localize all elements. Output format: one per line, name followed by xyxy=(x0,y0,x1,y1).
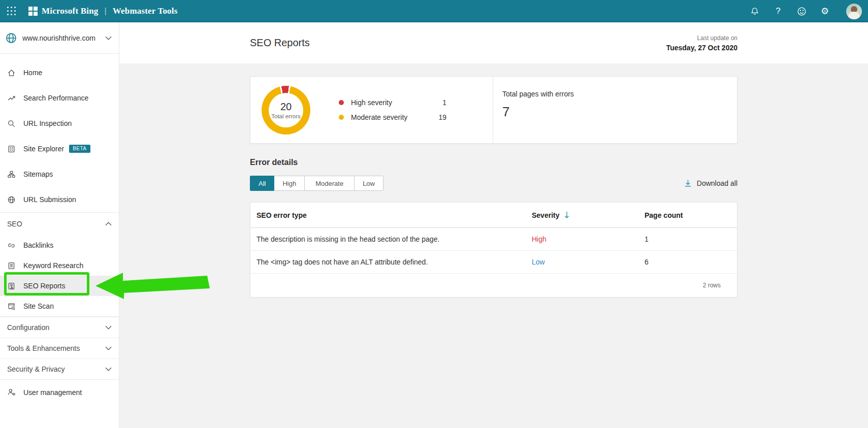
sidebar-item-seo-reports[interactable]: SEO Reports xyxy=(0,276,119,296)
table-header-row: SEO error type Severity Page count xyxy=(250,203,737,228)
browser-scan-icon xyxy=(7,302,16,311)
download-all-button[interactable]: Download all xyxy=(684,179,737,187)
sidebar-item-label: Search Performance xyxy=(23,94,88,102)
chevron-down-icon xyxy=(105,367,112,371)
trend-up-icon xyxy=(7,94,16,103)
total-pages-section: Total pages with errors 7 xyxy=(493,77,737,143)
moderate-severity-dot-icon xyxy=(339,115,344,120)
table-row[interactable]: The <img> tag does not have an ALT attri… xyxy=(250,251,737,274)
brand-separator: | xyxy=(105,7,107,16)
document-lines-icon xyxy=(7,261,16,270)
total-errors-label: Total errors xyxy=(271,113,301,119)
table-row[interactable]: The description is missing in the head s… xyxy=(250,228,737,251)
severity-cell: High xyxy=(532,235,645,243)
error-details-table: SEO error type Severity Page count The d… xyxy=(250,202,737,298)
home-icon xyxy=(7,69,16,77)
sidebar-item-label: SEO Reports xyxy=(23,282,65,290)
tab-high[interactable]: High xyxy=(274,176,305,191)
feedback-smiley-icon[interactable] xyxy=(796,6,807,16)
chevron-down-icon xyxy=(105,325,112,330)
sidebar-item-sitemaps[interactable]: Sitemaps xyxy=(0,161,119,187)
globe-icon xyxy=(7,195,16,204)
sidebar-item-home[interactable]: Home xyxy=(0,60,119,85)
legend-value: 19 xyxy=(438,113,446,121)
sidebar: www.nourishthrive.com Home Search Perfor… xyxy=(0,22,119,428)
sidebar-item-label: User management xyxy=(23,388,82,397)
high-severity-dot-icon xyxy=(339,100,344,105)
section-security-privacy[interactable]: Security & Privacy xyxy=(0,358,119,379)
tab-low[interactable]: Low xyxy=(355,176,383,191)
sidebar-item-label: URL Submission xyxy=(23,195,76,204)
chevron-down-icon xyxy=(105,346,112,350)
page-title: SEO Reports xyxy=(250,37,310,49)
table-row-count: 2 rows xyxy=(250,274,737,297)
sidebar-item-search-performance[interactable]: Search Performance xyxy=(0,85,119,111)
download-icon xyxy=(684,179,692,187)
site-globe-icon xyxy=(5,32,17,44)
sort-descending-icon xyxy=(564,211,570,219)
section-tools-enhancements[interactable]: Tools & Enhancements xyxy=(0,338,119,358)
document-list-icon xyxy=(7,145,16,153)
sidebar-item-url-inspection[interactable]: URL Inspection xyxy=(0,111,119,136)
chevron-down-icon xyxy=(105,36,112,40)
main-content: SEO Reports Last update on Tuesday, 27 O… xyxy=(119,22,868,428)
section-configuration[interactable]: Configuration xyxy=(0,317,119,338)
sidebar-item-site-scan[interactable]: Site Scan xyxy=(0,296,119,316)
sidebar-item-label: Sitemaps xyxy=(23,170,53,178)
sidebar-item-label: Backlinks xyxy=(23,241,53,249)
section-seo[interactable]: SEO xyxy=(0,213,119,235)
sidebar-item-label: Keyword Research xyxy=(23,261,83,270)
donut-section: 20 Total errors High severity 1 Moderate xyxy=(250,77,493,143)
total-pages-value: 7 xyxy=(502,104,737,120)
sidebar-item-label: URL Inspection xyxy=(23,119,72,127)
beta-badge: BETA xyxy=(69,145,90,153)
column-header-error-type: SEO error type xyxy=(256,211,532,219)
tab-moderate[interactable]: Moderate xyxy=(305,176,355,191)
error-type-cell: The description is missing in the head s… xyxy=(256,235,532,243)
column-header-severity[interactable]: Severity xyxy=(532,211,645,219)
site-selector[interactable]: www.nourishthrive.com xyxy=(0,22,119,54)
error-type-cell: The <img> tag does not have an ALT attri… xyxy=(256,258,532,266)
user-avatar[interactable] xyxy=(846,4,862,19)
severity-cell: Low xyxy=(532,258,645,266)
page-count-cell: 6 xyxy=(645,258,737,266)
section-label: Configuration xyxy=(7,323,102,332)
sitemap-icon xyxy=(7,170,16,179)
donut-legend: High severity 1 Moderate severity 19 xyxy=(339,98,446,121)
product-title: Webmaster Tools xyxy=(113,6,178,16)
severity-filter-tabs: All High Moderate Low xyxy=(250,176,383,191)
section-label: SEO xyxy=(7,220,102,228)
legend-label: Moderate severity xyxy=(351,113,438,121)
sidebar-item-backlinks[interactable]: Backlinks xyxy=(0,235,119,255)
sidebar-item-url-submission[interactable]: URL Submission xyxy=(0,187,119,212)
sidebar-item-label: Site Scan xyxy=(23,302,54,310)
column-header-page-count: Page count xyxy=(645,211,737,219)
total-errors-value: 20 xyxy=(280,101,292,113)
last-update-date: Tuesday, 27 Oct 2020 xyxy=(666,44,737,52)
waffle-icon[interactable] xyxy=(6,6,17,17)
link-icon xyxy=(7,241,16,250)
page-count-cell: 1 xyxy=(645,235,737,243)
sidebar-item-label: Site Explorer xyxy=(23,145,64,153)
sidebar-item-keyword-research[interactable]: Keyword Research xyxy=(0,255,119,276)
user-gear-icon xyxy=(7,388,16,397)
total-pages-label: Total pages with errors xyxy=(502,90,737,98)
sidebar-item-user-management[interactable]: User management xyxy=(0,379,119,405)
legend-value: 1 xyxy=(442,98,446,107)
site-name: www.nourishthrive.com xyxy=(22,34,102,42)
errors-donut-chart: 20 Total errors xyxy=(262,86,310,135)
sidebar-item-site-explorer[interactable]: Site Explorer BETA xyxy=(0,136,119,161)
bell-icon[interactable] xyxy=(750,6,760,16)
legend-item-high: High severity 1 xyxy=(339,98,446,107)
settings-gear-icon[interactable]: ⚙ xyxy=(820,6,830,16)
tab-all[interactable]: All xyxy=(250,176,274,191)
brand-title: Microsoft Bing xyxy=(42,6,99,16)
sidebar-item-label: Home xyxy=(23,69,42,77)
error-details-heading: Error details xyxy=(250,158,737,167)
top-bar: Microsoft Bing | Webmaster Tools ? ⚙ xyxy=(0,0,868,22)
legend-label: High severity xyxy=(351,98,442,107)
last-update-label: Last update on xyxy=(666,35,737,42)
legend-item-moderate: Moderate severity 19 xyxy=(339,113,446,121)
help-icon[interactable]: ? xyxy=(773,6,783,16)
section-label: Tools & Enhancements xyxy=(7,344,102,352)
